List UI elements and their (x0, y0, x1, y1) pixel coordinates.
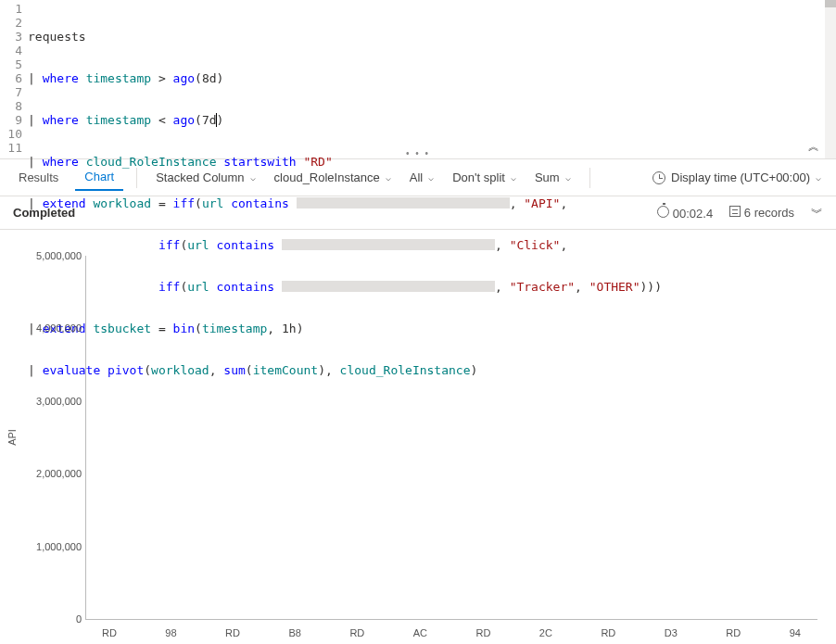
x-tick: 94 (790, 627, 801, 638)
x-tick: RD (225, 627, 240, 638)
x-tick: RD (102, 627, 117, 638)
bar-segment-bottom[interactable] (467, 618, 552, 619)
list-icon (729, 206, 741, 217)
line-number: 11 (0, 141, 22, 155)
chart-area: API 0 1,000,000 2,000,000 3,000,000 4,00… (0, 230, 836, 644)
x-tick: 98 (165, 627, 176, 638)
line-number: 1 (0, 2, 22, 16)
line-number: 7 (0, 85, 22, 99)
y-tick: 0 (31, 613, 82, 625)
bar[interactable] (583, 618, 668, 619)
x-tick: D3 (665, 627, 678, 638)
resize-handle-icon[interactable]: • • • (406, 148, 430, 158)
line-number: 10 (0, 127, 22, 141)
bar-segment-bottom[interactable] (583, 618, 668, 619)
x-tick: RD (475, 627, 490, 638)
x-tick: RD (601, 627, 615, 638)
bar-segment-bottom[interactable] (351, 618, 437, 619)
bar[interactable] (351, 618, 437, 619)
clock-icon (652, 171, 665, 184)
x-tick: B8 (288, 627, 300, 638)
bar-segment-bottom[interactable] (699, 618, 784, 619)
bar[interactable] (235, 618, 321, 619)
line-number: 4 (0, 44, 22, 57)
line-number: 3 (0, 30, 22, 44)
y-tick: 2,000,000 (31, 468, 82, 479)
line-number: 2 (0, 16, 22, 30)
query-editor[interactable]: 1 2 3 4 5 6 7 8 9 10 11 requests | where… (0, 0, 836, 159)
bar-segment-bottom[interactable] (235, 618, 321, 619)
line-gutter: 1 2 3 4 5 6 7 8 9 10 11 (0, 0, 28, 158)
bar[interactable] (467, 618, 552, 619)
y-axis-label: API (6, 429, 18, 446)
plot: 0 1,000,000 2,000,000 3,000,000 4,000,00… (85, 256, 817, 620)
x-tick: AC (413, 627, 427, 638)
y-tick: 3,000,000 (31, 396, 82, 407)
y-tick: 1,000,000 (31, 541, 82, 552)
x-tick: 2C (539, 627, 552, 638)
collapse-chevron-icon[interactable]: ︽ (808, 139, 819, 155)
y-tick: 4,000,000 (31, 322, 82, 334)
y-tick: 5,000,000 (31, 250, 82, 261)
bar-segment-bottom[interactable] (120, 618, 205, 619)
x-tick: RD (349, 627, 364, 638)
line-number: 6 (0, 71, 22, 85)
bar[interactable] (699, 618, 784, 619)
code-area[interactable]: requests | where timestamp > ago(8d) | w… (28, 0, 836, 158)
line-number: 5 (0, 57, 22, 71)
line-number: 8 (0, 99, 22, 113)
stopwatch-icon (657, 206, 669, 218)
editor-scrollbar[interactable] (825, 0, 836, 158)
line-number: 9 (0, 113, 22, 127)
x-tick: RD (726, 627, 741, 638)
bar[interactable] (120, 618, 205, 619)
